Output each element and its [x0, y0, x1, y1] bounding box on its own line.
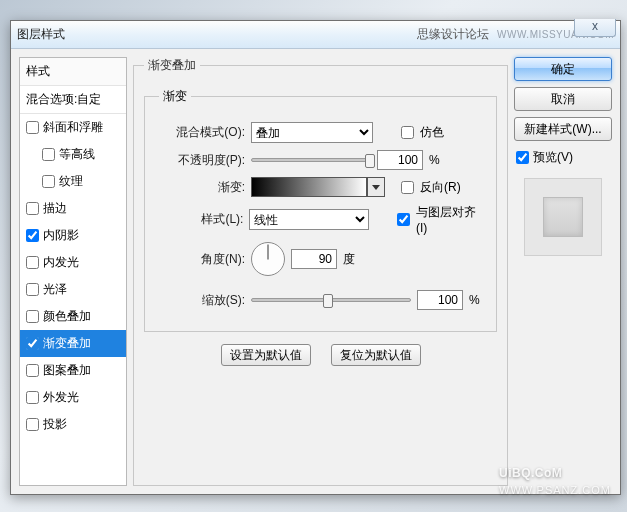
angle-unit: 度 [343, 251, 355, 268]
style-select[interactable]: 线性 [249, 209, 369, 230]
sidebar-label-11: 投影 [43, 416, 67, 433]
sidebar-label-6: 光泽 [43, 281, 67, 298]
sidebar-checkbox-10[interactable] [26, 391, 39, 404]
scale-slider[interactable] [251, 298, 411, 302]
sidebar-item-3[interactable]: 描边 [20, 195, 126, 222]
sidebar-checkbox-0[interactable] [26, 121, 39, 134]
cancel-button[interactable]: 取消 [514, 87, 612, 111]
main-panel: 渐变叠加 渐变 混合模式(O): 叠加 仿色 不透明度(P): [133, 57, 508, 486]
blend-mode-select[interactable]: 叠加 [251, 122, 373, 143]
preview-label: 预览(V) [533, 149, 573, 166]
sidebar-subheading[interactable]: 混合选项:自定 [20, 86, 126, 114]
group-title: 渐变叠加 [144, 57, 200, 74]
preview-checkbox[interactable] [516, 151, 529, 164]
sidebar-item-9[interactable]: 图案叠加 [20, 357, 126, 384]
angle-label: 角度(N): [159, 251, 245, 268]
gradient-group: 渐变 混合模式(O): 叠加 仿色 不透明度(P): [144, 88, 497, 332]
titlebar[interactable]: 图层样式 思缘设计论坛 WWW.MISSYUAN.COM x [11, 21, 620, 49]
blend-mode-label: 混合模式(O): [159, 124, 245, 141]
align-checkbox[interactable] [397, 213, 410, 226]
styles-sidebar: 样式 混合选项:自定 斜面和浮雕等高线纹理描边内阴影内发光光泽颜色叠加渐变叠加图… [19, 57, 127, 486]
gradient-dropdown[interactable] [367, 177, 385, 197]
close-button[interactable]: x [574, 19, 616, 37]
opacity-label: 不透明度(P): [159, 152, 245, 169]
ok-button[interactable]: 确定 [514, 57, 612, 81]
sidebar-label-10: 外发光 [43, 389, 79, 406]
sidebar-label-4: 内阴影 [43, 227, 79, 244]
layer-style-dialog: 图层样式 思缘设计论坛 WWW.MISSYUAN.COM x 样式 混合选项:自… [10, 20, 621, 495]
opacity-slider[interactable] [251, 158, 371, 162]
sidebar-item-1[interactable]: 等高线 [20, 141, 126, 168]
sidebar-label-2: 纹理 [59, 173, 83, 190]
sidebar-label-0: 斜面和浮雕 [43, 119, 103, 136]
sidebar-label-8: 渐变叠加 [43, 335, 91, 352]
scale-input[interactable] [417, 290, 463, 310]
opacity-input[interactable] [377, 150, 423, 170]
sidebar-checkbox-7[interactable] [26, 310, 39, 323]
right-column: 确定 取消 新建样式(W)... 预览(V) [514, 57, 612, 486]
sidebar-checkbox-5[interactable] [26, 256, 39, 269]
sidebar-checkbox-4[interactable] [26, 229, 39, 242]
sidebar-item-5[interactable]: 内发光 [20, 249, 126, 276]
preview-box [524, 178, 602, 256]
reverse-label: 反向(R) [420, 179, 461, 196]
reverse-checkbox[interactable] [401, 181, 414, 194]
sidebar-checkbox-2[interactable] [42, 175, 55, 188]
reset-default-button[interactable]: 复位为默认值 [331, 344, 421, 366]
new-style-button[interactable]: 新建样式(W)... [514, 117, 612, 141]
angle-dial[interactable] [251, 242, 285, 276]
preview-swatch [543, 197, 583, 237]
sidebar-item-0[interactable]: 斜面和浮雕 [20, 114, 126, 141]
chevron-down-icon [372, 185, 380, 190]
sidebar-item-4[interactable]: 内阴影 [20, 222, 126, 249]
opacity-unit: % [429, 153, 440, 167]
sidebar-checkbox-3[interactable] [26, 202, 39, 215]
inner-title: 渐变 [159, 88, 191, 105]
sidebar-label-3: 描边 [43, 200, 67, 217]
sidebar-checkbox-6[interactable] [26, 283, 39, 296]
gradient-label: 渐变: [159, 179, 245, 196]
gradient-swatch[interactable] [251, 177, 367, 197]
gradient-overlay-group: 渐变叠加 渐变 混合模式(O): 叠加 仿色 不透明度(P): [133, 57, 508, 486]
sidebar-item-6[interactable]: 光泽 [20, 276, 126, 303]
brand-text: 思缘设计论坛 [417, 26, 489, 43]
dither-checkbox[interactable] [401, 126, 414, 139]
scale-unit: % [469, 293, 480, 307]
sidebar-item-10[interactable]: 外发光 [20, 384, 126, 411]
sidebar-label-5: 内发光 [43, 254, 79, 271]
angle-input[interactable] [291, 249, 337, 269]
sidebar-item-2[interactable]: 纹理 [20, 168, 126, 195]
dither-label: 仿色 [420, 124, 444, 141]
sidebar-item-7[interactable]: 颜色叠加 [20, 303, 126, 330]
sidebar-item-8[interactable]: 渐变叠加 [20, 330, 126, 357]
align-label: 与图层对齐(I) [416, 204, 486, 235]
sidebar-checkbox-11[interactable] [26, 418, 39, 431]
sidebar-label-7: 颜色叠加 [43, 308, 91, 325]
sidebar-label-1: 等高线 [59, 146, 95, 163]
sidebar-item-11[interactable]: 投影 [20, 411, 126, 438]
style-label: 样式(L): [159, 211, 243, 228]
sidebar-checkbox-1[interactable] [42, 148, 55, 161]
sidebar-label-9: 图案叠加 [43, 362, 91, 379]
sidebar-checkbox-8[interactable] [26, 337, 39, 350]
dialog-title: 图层样式 [17, 26, 65, 43]
sidebar-checkbox-9[interactable] [26, 364, 39, 377]
close-icon: x [592, 19, 598, 33]
scale-label: 缩放(S): [159, 292, 245, 309]
sidebar-heading[interactable]: 样式 [20, 58, 126, 86]
set-default-button[interactable]: 设置为默认值 [221, 344, 311, 366]
